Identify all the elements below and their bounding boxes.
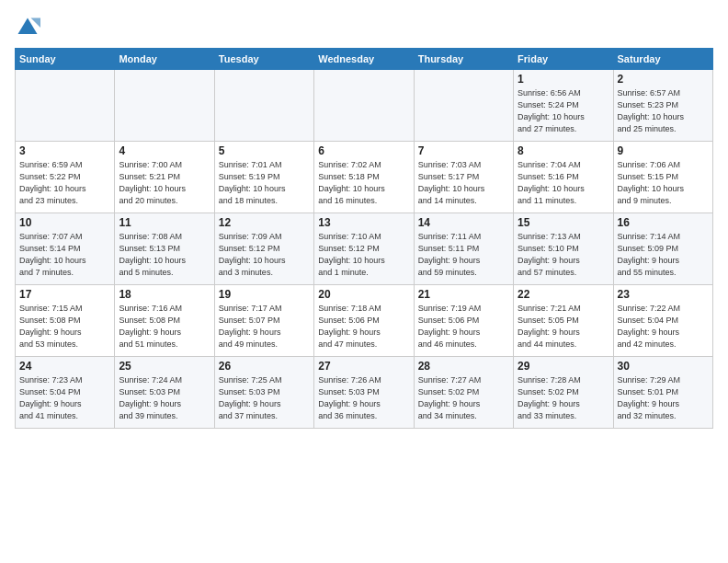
calendar-cell: 16Sunrise: 7:14 AM Sunset: 5:09 PM Dayli…	[613, 213, 712, 285]
calendar-week-row: 1Sunrise: 6:56 AM Sunset: 5:24 PM Daylig…	[16, 70, 713, 142]
calendar-cell: 27Sunrise: 7:26 AM Sunset: 5:03 PM Dayli…	[314, 357, 414, 429]
weekday-header: Monday	[115, 49, 214, 70]
day-info: Sunrise: 7:01 AM Sunset: 5:19 PM Dayligh…	[219, 159, 310, 207]
calendar-cell: 14Sunrise: 7:11 AM Sunset: 5:11 PM Dayli…	[414, 213, 513, 285]
calendar-cell: 15Sunrise: 7:13 AM Sunset: 5:10 PM Dayli…	[514, 213, 613, 285]
calendar-cell	[16, 70, 115, 142]
calendar-week-row: 3Sunrise: 6:59 AM Sunset: 5:22 PM Daylig…	[16, 142, 713, 213]
day-info: Sunrise: 7:29 AM Sunset: 5:01 PM Dayligh…	[618, 374, 709, 422]
day-number: 20	[318, 288, 409, 301]
weekday-header: Saturday	[613, 49, 712, 70]
day-number: 12	[219, 216, 310, 229]
calendar-week-row: 10Sunrise: 7:07 AM Sunset: 5:14 PM Dayli…	[16, 213, 713, 285]
day-number: 23	[618, 288, 709, 301]
day-number: 14	[418, 216, 509, 229]
calendar-cell: 9Sunrise: 7:06 AM Sunset: 5:15 PM Daylig…	[613, 142, 712, 213]
day-number: 3	[19, 144, 110, 157]
day-number: 27	[318, 360, 409, 373]
day-number: 16	[618, 216, 709, 229]
day-info: Sunrise: 7:07 AM Sunset: 5:14 PM Dayligh…	[19, 231, 110, 279]
day-number: 13	[318, 216, 409, 229]
day-number: 1	[518, 73, 609, 86]
calendar-cell: 22Sunrise: 7:21 AM Sunset: 5:05 PM Dayli…	[514, 285, 613, 357]
weekday-header: Thursday	[414, 49, 513, 70]
calendar-cell: 30Sunrise: 7:29 AM Sunset: 5:01 PM Dayli…	[613, 357, 712, 429]
day-number: 6	[318, 144, 409, 157]
day-info: Sunrise: 7:24 AM Sunset: 5:03 PM Dayligh…	[119, 374, 210, 422]
weekday-header: Wednesday	[314, 49, 414, 70]
day-number: 2	[618, 73, 709, 86]
calendar-week-row: 24Sunrise: 7:23 AM Sunset: 5:04 PM Dayli…	[16, 357, 713, 429]
day-number: 15	[518, 216, 609, 229]
calendar-cell	[115, 70, 214, 142]
day-number: 17	[19, 288, 110, 301]
day-number: 18	[119, 288, 210, 301]
day-number: 4	[119, 144, 210, 157]
day-info: Sunrise: 7:16 AM Sunset: 5:08 PM Dayligh…	[119, 303, 210, 350]
weekday-header: Sunday	[16, 49, 115, 70]
calendar-cell: 5Sunrise: 7:01 AM Sunset: 5:19 PM Daylig…	[214, 142, 313, 213]
day-info: Sunrise: 6:57 AM Sunset: 5:23 PM Dayligh…	[618, 87, 709, 135]
calendar-cell	[314, 70, 414, 142]
calendar-week-row: 17Sunrise: 7:15 AM Sunset: 5:08 PM Dayli…	[16, 285, 713, 357]
calendar-cell: 25Sunrise: 7:24 AM Sunset: 5:03 PM Dayli…	[115, 357, 214, 429]
day-info: Sunrise: 7:15 AM Sunset: 5:08 PM Dayligh…	[19, 303, 110, 350]
day-info: Sunrise: 6:59 AM Sunset: 5:22 PM Dayligh…	[19, 159, 110, 207]
day-number: 30	[618, 360, 709, 373]
day-number: 8	[518, 144, 609, 157]
day-info: Sunrise: 7:09 AM Sunset: 5:12 PM Dayligh…	[219, 231, 310, 279]
calendar-cell: 7Sunrise: 7:03 AM Sunset: 5:17 PM Daylig…	[414, 142, 513, 213]
day-info: Sunrise: 7:28 AM Sunset: 5:02 PM Dayligh…	[518, 374, 609, 422]
day-info: Sunrise: 7:23 AM Sunset: 5:04 PM Dayligh…	[19, 374, 110, 422]
calendar-cell: 24Sunrise: 7:23 AM Sunset: 5:04 PM Dayli…	[16, 357, 115, 429]
calendar-cell	[414, 70, 513, 142]
day-info: Sunrise: 7:02 AM Sunset: 5:18 PM Dayligh…	[318, 159, 409, 207]
day-info: Sunrise: 7:00 AM Sunset: 5:21 PM Dayligh…	[119, 159, 210, 207]
day-info: Sunrise: 7:22 AM Sunset: 5:04 PM Dayligh…	[618, 303, 709, 350]
calendar-cell: 8Sunrise: 7:04 AM Sunset: 5:16 PM Daylig…	[514, 142, 613, 213]
day-info: Sunrise: 7:26 AM Sunset: 5:03 PM Dayligh…	[318, 374, 409, 422]
day-number: 29	[518, 360, 609, 373]
calendar-header-row: SundayMondayTuesdayWednesdayThursdayFrid…	[16, 49, 713, 70]
day-info: Sunrise: 7:27 AM Sunset: 5:02 PM Dayligh…	[418, 374, 509, 422]
calendar-cell: 23Sunrise: 7:22 AM Sunset: 5:04 PM Dayli…	[613, 285, 712, 357]
calendar-cell: 11Sunrise: 7:08 AM Sunset: 5:13 PM Dayli…	[115, 213, 214, 285]
page-header	[15, 11, 713, 40]
day-number: 21	[418, 288, 509, 301]
day-number: 22	[518, 288, 609, 301]
day-number: 26	[219, 360, 310, 373]
calendar-cell: 12Sunrise: 7:09 AM Sunset: 5:12 PM Dayli…	[214, 213, 313, 285]
day-info: Sunrise: 7:25 AM Sunset: 5:03 PM Dayligh…	[219, 374, 310, 422]
day-info: Sunrise: 7:03 AM Sunset: 5:17 PM Dayligh…	[418, 159, 509, 207]
day-number: 28	[418, 360, 509, 373]
day-info: Sunrise: 7:10 AM Sunset: 5:12 PM Dayligh…	[318, 231, 409, 279]
day-info: Sunrise: 7:21 AM Sunset: 5:05 PM Dayligh…	[518, 303, 609, 350]
calendar-cell: 13Sunrise: 7:10 AM Sunset: 5:12 PM Dayli…	[314, 213, 414, 285]
calendar-cell: 3Sunrise: 6:59 AM Sunset: 5:22 PM Daylig…	[16, 142, 115, 213]
page-container: SundayMondayTuesdayWednesdayThursdayFrid…	[0, 0, 728, 436]
logo	[15, 15, 44, 40]
calendar-cell: 28Sunrise: 7:27 AM Sunset: 5:02 PM Dayli…	[414, 357, 513, 429]
day-info: Sunrise: 7:06 AM Sunset: 5:15 PM Dayligh…	[618, 159, 709, 207]
day-number: 11	[119, 216, 210, 229]
calendar-cell: 21Sunrise: 7:19 AM Sunset: 5:06 PM Dayli…	[414, 285, 513, 357]
calendar-cell: 10Sunrise: 7:07 AM Sunset: 5:14 PM Dayli…	[16, 213, 115, 285]
calendar-cell: 6Sunrise: 7:02 AM Sunset: 5:18 PM Daylig…	[314, 142, 414, 213]
day-info: Sunrise: 7:18 AM Sunset: 5:06 PM Dayligh…	[318, 303, 409, 350]
calendar-cell: 1Sunrise: 6:56 AM Sunset: 5:24 PM Daylig…	[514, 70, 613, 142]
day-info: Sunrise: 7:11 AM Sunset: 5:11 PM Dayligh…	[418, 231, 509, 279]
calendar-cell: 19Sunrise: 7:17 AM Sunset: 5:07 PM Dayli…	[214, 285, 313, 357]
weekday-header: Tuesday	[214, 49, 313, 70]
calendar-cell: 29Sunrise: 7:28 AM Sunset: 5:02 PM Dayli…	[514, 357, 613, 429]
day-number: 10	[19, 216, 110, 229]
day-info: Sunrise: 7:19 AM Sunset: 5:06 PM Dayligh…	[418, 303, 509, 350]
calendar-cell: 18Sunrise: 7:16 AM Sunset: 5:08 PM Dayli…	[115, 285, 214, 357]
day-number: 19	[219, 288, 310, 301]
logo-icon	[15, 15, 40, 40]
day-info: Sunrise: 7:14 AM Sunset: 5:09 PM Dayligh…	[618, 231, 709, 279]
calendar-cell: 4Sunrise: 7:00 AM Sunset: 5:21 PM Daylig…	[115, 142, 214, 213]
day-number: 5	[219, 144, 310, 157]
calendar-cell: 20Sunrise: 7:18 AM Sunset: 5:06 PM Dayli…	[314, 285, 414, 357]
calendar-cell: 26Sunrise: 7:25 AM Sunset: 5:03 PM Dayli…	[214, 357, 313, 429]
day-number: 25	[119, 360, 210, 373]
